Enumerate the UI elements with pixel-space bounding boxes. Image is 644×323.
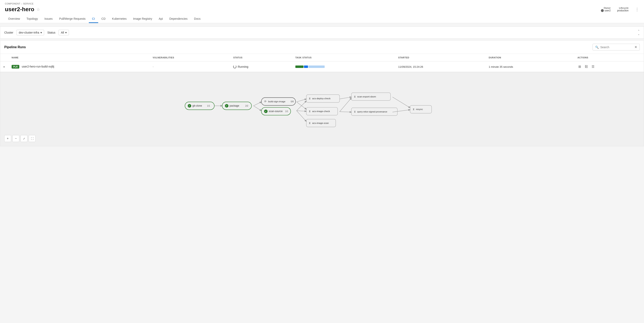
pipeline-runs-card: Pipeline Runs 🔍 ✕ NAME VULNERABILITIES S…	[0, 40, 644, 146]
svg-text:scan-export-sbom: scan-export-sbom	[357, 95, 376, 98]
svg-text:2/2: 2/2	[245, 105, 248, 107]
lifecycle-meta: Lifecycle production	[617, 7, 628, 12]
svg-text:resync: resync	[416, 108, 423, 110]
status-value: Running	[233, 65, 289, 68]
svg-line-1	[254, 102, 262, 106]
svg-text:⧗: ⧗	[413, 108, 414, 111]
task-seg-running	[304, 66, 308, 68]
svg-text:acs-deploy-check: acs-deploy-check	[312, 97, 330, 100]
run-name: user2-hero-run-build-xvj8j	[22, 65, 54, 68]
fullscreen-icon: ⛶	[31, 137, 34, 140]
cluster-label: Cluster	[4, 31, 13, 34]
breadcrumb: COMPONENT – SERVICE	[5, 3, 639, 5]
plr-badge: PLR	[12, 65, 19, 69]
svg-text:⧗: ⧗	[309, 122, 310, 125]
search-box: 🔍 ✕	[592, 44, 640, 51]
tab-issues[interactable]: Issues	[41, 15, 56, 23]
tab-topology[interactable]: Topology	[23, 15, 41, 23]
svg-line-7	[296, 111, 306, 121]
pipeline-diagram: ✓ git-clone 1/1 ✓ package 2/2 ⟳ build-si…	[0, 72, 644, 146]
fit-button[interactable]: ⤢	[20, 135, 28, 142]
duration-col-header: DURATION	[486, 54, 574, 62]
task-status-bar	[295, 66, 392, 68]
svg-line-11	[392, 97, 410, 108]
svg-text:query-rekor-signed-provenance: query-rekor-signed-provenance	[357, 110, 387, 113]
duration-value: 1 minute 35 seconds	[489, 65, 513, 68]
svg-line-9	[340, 98, 352, 112]
svg-text:✓: ✓	[188, 105, 190, 107]
zoom-out-button[interactable]: −	[12, 135, 19, 142]
tab-kubernetes[interactable]: Kubernetes	[109, 15, 130, 23]
started-value: 11/09/2024, 15:24:26	[398, 65, 423, 68]
pipeline-runs-table: NAME VULNERABILITIES STATUS TASK STATUS …	[0, 54, 644, 72]
card-header: Pipeline Runs 🔍 ✕	[0, 41, 644, 54]
name-col-header: NAME	[8, 54, 150, 62]
actions-col-header: ACTIONS	[574, 54, 644, 62]
tab-api[interactable]: Api	[156, 15, 166, 23]
tab-cd[interactable]: CD	[98, 15, 109, 23]
svg-text:⧗: ⧗	[354, 110, 356, 113]
status-value: All	[61, 31, 64, 34]
svg-text:git-clone: git-clone	[192, 104, 202, 107]
status-col-header: STATUS	[230, 54, 292, 62]
filter-left: Cluster dev-cluster-infra ▾ Status All ▾	[4, 30, 69, 35]
svg-text:1/1: 1/1	[207, 105, 210, 107]
filter-right: ⌃ ⌄	[638, 30, 640, 36]
tab-docs[interactable]: Docs	[191, 15, 204, 23]
svg-text:build-sign-image: build-sign-image	[268, 100, 286, 103]
zoom-controls: + − ⤢ ⛶	[4, 135, 36, 142]
svg-line-10	[340, 112, 352, 112]
svg-line-5	[296, 102, 306, 109]
svg-line-6	[296, 111, 306, 111]
running-spinner-icon	[233, 65, 236, 68]
svg-line-3	[296, 99, 306, 102]
svg-line-2	[254, 106, 262, 111]
tab-image-registry[interactable]: Image Registry	[130, 15, 156, 23]
cluster-value: dev-cluster-infra	[19, 31, 39, 34]
started-col-header: STARTED	[395, 54, 486, 62]
search-input[interactable]	[600, 46, 633, 49]
svg-text:⧗: ⧗	[309, 110, 310, 113]
card-title: Pipeline Runs	[4, 45, 26, 49]
row-actions: ⊞ ⛓ ☰	[578, 64, 640, 69]
tab-ci[interactable]: CI	[89, 15, 98, 23]
svg-text:⟳: ⟳	[264, 100, 266, 103]
sbom-icon[interactable]: ☰	[591, 64, 595, 69]
cluster-dropdown[interactable]: dev-cluster-infra ▾	[16, 30, 44, 35]
nav-tabs: Overview Topology Issues Pull/Merge Requ…	[5, 15, 639, 23]
collapse-icons[interactable]: ⌃ ⌄	[638, 30, 640, 36]
more-options-icon[interactable]: ⋮	[635, 7, 639, 12]
vuln-col-header: VULNERABILITIES	[150, 54, 230, 62]
svg-text:package: package	[230, 104, 239, 107]
status-dropdown[interactable]: All ▾	[58, 30, 69, 35]
row-expand-icon[interactable]: ▾	[4, 66, 5, 68]
owner-meta: Owner user2	[601, 7, 611, 12]
page-title: user2-hero	[5, 6, 34, 13]
svg-text:⧗: ⧗	[309, 97, 310, 100]
fit-icon: ⤢	[23, 137, 25, 140]
svg-line-12	[392, 110, 410, 112]
user-icon	[601, 9, 604, 12]
view-logs-icon[interactable]: ⊞	[578, 64, 582, 69]
svg-line-8	[340, 97, 352, 99]
status-chevron-icon: ▾	[65, 31, 67, 34]
task-seg-success	[295, 66, 304, 68]
tab-dependencies[interactable]: Dependencies	[166, 15, 191, 23]
search-icon: 🔍	[595, 46, 599, 49]
status-label: Status	[47, 31, 56, 34]
zoom-in-button[interactable]: +	[4, 135, 11, 142]
search-clear-icon[interactable]: ✕	[634, 45, 637, 49]
tab-pull-merge[interactable]: Pull/Merge Requests	[56, 15, 89, 23]
vulnerability-value: -	[153, 65, 154, 68]
chevron-up-icon: ⌃	[638, 30, 640, 32]
chevron-down-icon: ⌄	[638, 33, 640, 36]
favorite-icon[interactable]: ☆	[36, 7, 40, 12]
main-content: Cluster dev-cluster-infra ▾ Status All ▾…	[0, 23, 644, 150]
tab-overview[interactable]: Overview	[5, 15, 23, 23]
svg-text:✓: ✓	[226, 105, 227, 107]
svg-text:acs-image-scan: acs-image-scan	[312, 122, 329, 124]
link-icon[interactable]: ⛓	[584, 64, 589, 69]
cluster-chevron-icon: ▾	[40, 31, 42, 34]
fullscreen-button[interactable]: ⛶	[29, 135, 36, 142]
svg-text:✓: ✓	[265, 110, 266, 113]
